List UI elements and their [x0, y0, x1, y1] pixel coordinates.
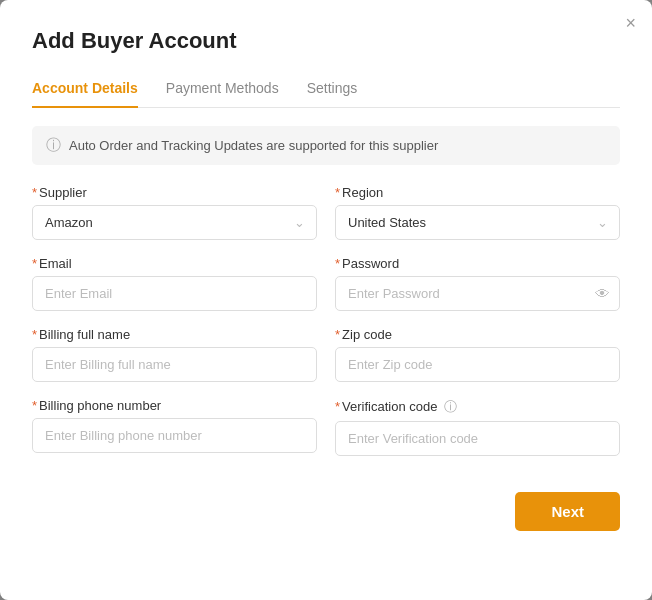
- modal-title: Add Buyer Account: [32, 28, 620, 54]
- email-label: *Email: [32, 256, 317, 271]
- modal-footer: Next: [32, 484, 620, 531]
- verification-help-icon[interactable]: ⓘ: [444, 399, 457, 414]
- supplier-label: *Supplier: [32, 185, 317, 200]
- password-input[interactable]: [335, 276, 620, 311]
- zip-code-group: *Zip code: [335, 327, 620, 382]
- supplier-group: *Supplier Amazon eBay Walmart ⌄: [32, 185, 317, 240]
- email-input[interactable]: [32, 276, 317, 311]
- close-button[interactable]: ×: [625, 14, 636, 32]
- form-grid: *Supplier Amazon eBay Walmart ⌄ *Region …: [32, 185, 620, 456]
- tabs-container: Account Details Payment Methods Settings: [32, 72, 620, 108]
- zip-code-input[interactable]: [335, 347, 620, 382]
- billing-phone-label: *Billing phone number: [32, 398, 317, 413]
- billing-phone-input[interactable]: [32, 418, 317, 453]
- region-select[interactable]: United States Canada UK: [335, 205, 620, 240]
- email-required-star: *: [32, 256, 37, 271]
- billing-fullname-required-star: *: [32, 327, 37, 342]
- verification-code-required-star: *: [335, 399, 340, 414]
- billing-phone-group: *Billing phone number: [32, 398, 317, 456]
- region-required-star: *: [335, 185, 340, 200]
- next-button[interactable]: Next: [515, 492, 620, 531]
- verification-code-group: *Verification code ⓘ: [335, 398, 620, 456]
- billing-phone-required-star: *: [32, 398, 37, 413]
- password-group: *Password 👁: [335, 256, 620, 311]
- billing-fullname-label: *Billing full name: [32, 327, 317, 342]
- info-icon: ⓘ: [46, 136, 61, 155]
- supplier-required-star: *: [32, 185, 37, 200]
- supplier-select-wrapper: Amazon eBay Walmart ⌄: [32, 205, 317, 240]
- password-eye-icon[interactable]: 👁: [595, 285, 610, 302]
- tab-account-details[interactable]: Account Details: [32, 72, 138, 108]
- email-group: *Email: [32, 256, 317, 311]
- add-buyer-account-modal: × Add Buyer Account Account Details Paym…: [0, 0, 652, 600]
- verification-code-input[interactable]: [335, 421, 620, 456]
- zip-code-label: *Zip code: [335, 327, 620, 342]
- info-banner-text: Auto Order and Tracking Updates are supp…: [69, 138, 438, 153]
- region-group: *Region United States Canada UK ⌄: [335, 185, 620, 240]
- tab-payment-methods[interactable]: Payment Methods: [166, 72, 279, 108]
- verification-code-label: *Verification code ⓘ: [335, 398, 620, 416]
- region-label: *Region: [335, 185, 620, 200]
- tab-settings[interactable]: Settings: [307, 72, 358, 108]
- password-input-wrapper: 👁: [335, 276, 620, 311]
- region-select-wrapper: United States Canada UK ⌄: [335, 205, 620, 240]
- password-required-star: *: [335, 256, 340, 271]
- billing-fullname-group: *Billing full name: [32, 327, 317, 382]
- info-banner: ⓘ Auto Order and Tracking Updates are su…: [32, 126, 620, 165]
- supplier-select[interactable]: Amazon eBay Walmart: [32, 205, 317, 240]
- password-label: *Password: [335, 256, 620, 271]
- zip-code-required-star: *: [335, 327, 340, 342]
- billing-fullname-input[interactable]: [32, 347, 317, 382]
